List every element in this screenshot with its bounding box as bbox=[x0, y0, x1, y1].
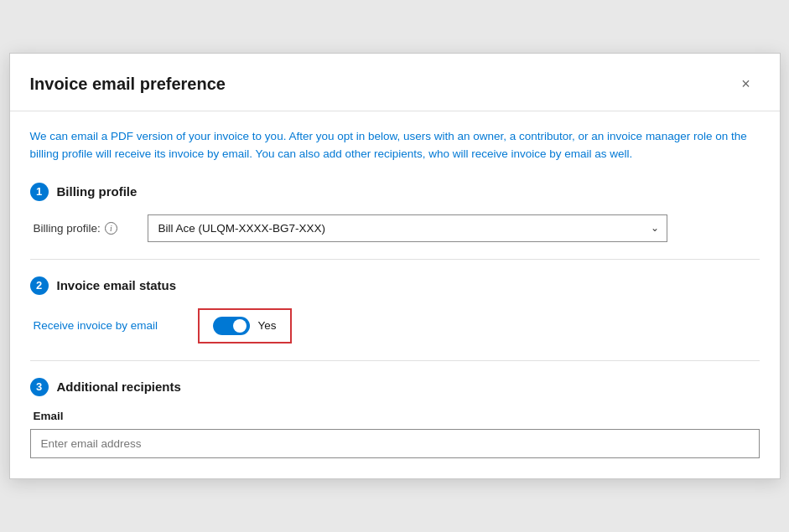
receive-invoice-label: Receive invoice by email bbox=[34, 319, 184, 332]
billing-profile-info-icon: i bbox=[105, 222, 117, 235]
email-column-label: Email bbox=[30, 410, 760, 422]
billing-profile-select-wrapper: Bill Ace (ULQM-XXXX-BG7-XXX) ⌄ bbox=[148, 214, 667, 242]
toggle-switch[interactable] bbox=[213, 317, 250, 335]
invoice-email-status-section: 2 Invoice email status Receive invoice b… bbox=[30, 276, 760, 343]
toggle-state-text: Yes bbox=[258, 319, 277, 332]
additional-recipients-section: 3 Additional recipients Email bbox=[30, 378, 760, 458]
info-text: We can email a PDF version of your invoi… bbox=[30, 128, 760, 163]
dialog-header: Invoice email preference × bbox=[10, 54, 780, 111]
dialog-title: Invoice email preference bbox=[30, 75, 226, 94]
toggle-thumb bbox=[233, 319, 247, 333]
toggle-track bbox=[213, 317, 250, 335]
section-number-3: 3 bbox=[30, 378, 49, 396]
dialog: Invoice email preference × We can email … bbox=[9, 53, 781, 479]
email-input[interactable] bbox=[30, 429, 760, 458]
dialog-body: We can email a PDF version of your invoi… bbox=[10, 111, 780, 478]
section-title-billing: Billing profile bbox=[57, 184, 138, 199]
section-title-invoice-status: Invoice email status bbox=[57, 278, 177, 292]
billing-profile-select[interactable]: Bill Ace (ULQM-XXXX-BG7-XXX) bbox=[148, 214, 667, 242]
billing-profile-section: 1 Billing profile Billing profile: i Bil… bbox=[30, 183, 760, 242]
section-header-recipients: 3 Additional recipients bbox=[30, 378, 760, 396]
section-number-2: 2 bbox=[30, 276, 49, 295]
section-title-recipients: Additional recipients bbox=[57, 380, 181, 394]
section-header-invoice-status: 2 Invoice email status bbox=[30, 276, 760, 295]
section-header-billing: 1 Billing profile bbox=[30, 183, 760, 201]
billing-profile-label: Billing profile: i bbox=[34, 222, 134, 235]
divider-2 bbox=[30, 360, 760, 361]
section-number-1: 1 bbox=[30, 183, 49, 201]
divider-1 bbox=[30, 259, 760, 260]
close-button[interactable]: × bbox=[733, 70, 760, 97]
toggle-row: Receive invoice by email Yes bbox=[30, 308, 760, 343]
toggle-highlighted-area: Yes bbox=[198, 308, 292, 343]
billing-profile-field-row: Billing profile: i Bill Ace (ULQM-XXXX-B… bbox=[30, 214, 760, 242]
